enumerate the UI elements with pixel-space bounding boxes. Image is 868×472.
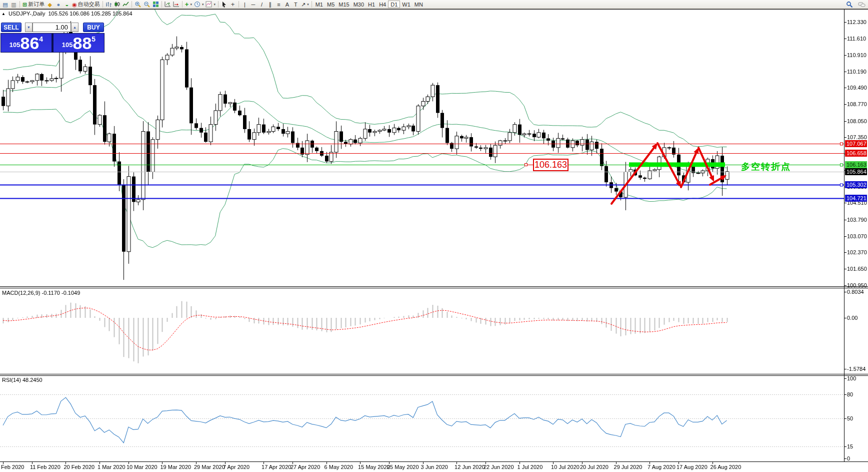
date-axis-label[interactable]: 20 Feb 2020 bbox=[64, 464, 94, 470]
line-chart-icon[interactable] bbox=[122, 1, 130, 9]
date-axis-label[interactable]: 29 Jul 2020 bbox=[614, 464, 642, 470]
auto-scroll-icon[interactable] bbox=[164, 1, 172, 9]
templates-button[interactable]: ▾ bbox=[204, 1, 216, 9]
date-axis-label[interactable]: 26 Aug 2020 bbox=[710, 464, 742, 470]
timeframe-m30[interactable]: M30 bbox=[352, 1, 366, 8]
date-axis-label[interactable]: 11 Feb 2020 bbox=[30, 464, 60, 470]
price-axis-tick[interactable]: 108.050 bbox=[847, 118, 867, 124]
price-axis-tick[interactable]: 111.610 bbox=[847, 36, 866, 42]
date-axis-label[interactable]: Feb 2020 bbox=[1, 464, 24, 470]
price-level-label[interactable]: 104.721 bbox=[845, 195, 867, 202]
rsi-axis-tick[interactable]: 15 bbox=[847, 443, 853, 449]
price-axis-tick[interactable]: 109.490 bbox=[847, 85, 867, 91]
price-axis-tick[interactable]: 112.330 bbox=[847, 19, 866, 25]
price-level-label[interactable]: 107.067 bbox=[845, 140, 867, 147]
price-axis-tick[interactable]: 101.650 bbox=[847, 266, 867, 272]
new-chart-icon[interactable]: ▤ bbox=[1, 1, 10, 9]
date-axis-label[interactable]: 6 May 2020 bbox=[324, 464, 353, 470]
chart-shift-icon[interactable] bbox=[172, 1, 180, 9]
label-button[interactable]: T bbox=[292, 1, 300, 9]
buy-price-button[interactable]: 105 88 5 bbox=[54, 34, 104, 52]
date-axis-label[interactable]: 3 Jun 2020 bbox=[421, 464, 448, 470]
autotrading-button[interactable]: ◉自动交易 bbox=[71, 1, 101, 9]
date-axis-label[interactable]: 12 Jun 2020 bbox=[454, 464, 485, 470]
cursor-button[interactable] bbox=[220, 1, 228, 9]
price-level-label[interactable]: 106.658 bbox=[845, 150, 867, 157]
price-axis-tick[interactable]: 102.370 bbox=[847, 249, 867, 255]
date-axis-label[interactable]: 17 Aug 2020 bbox=[676, 464, 708, 470]
price-axis-tick[interactable]: 103.070 bbox=[847, 233, 867, 239]
price-axis-tick[interactable]: 100.950 bbox=[847, 282, 867, 288]
price-axis-tick[interactable]: 108.770 bbox=[847, 101, 867, 107]
timeframe-h1[interactable]: H1 bbox=[366, 1, 377, 8]
collapse-marker-icon: ▲ bbox=[2, 12, 6, 16]
rsi-axis-tick[interactable]: 100 bbox=[847, 375, 856, 381]
sell-button[interactable]: SELL bbox=[1, 23, 22, 32]
profiles-icon[interactable]: ▥ bbox=[10, 1, 18, 9]
timeframe-m1[interactable]: M1 bbox=[314, 1, 325, 8]
rsi-axis-tick[interactable]: 50 bbox=[847, 415, 853, 421]
vertical-line-button[interactable]: | bbox=[240, 1, 249, 9]
date-axis-label[interactable]: 17 Apr 2020 bbox=[262, 464, 291, 470]
bar-chart-icon[interactable] bbox=[104, 1, 113, 9]
periods-button[interactable]: ▾ bbox=[193, 1, 205, 9]
buy-button[interactable]: BUY bbox=[83, 23, 104, 32]
date-axis-label[interactable]: 10 Jul 2020 bbox=[551, 464, 580, 470]
date-axis-label[interactable]: 22 Jun 2020 bbox=[484, 464, 514, 470]
signals-icon[interactable]: ◒ bbox=[62, 1, 71, 9]
date-axis-label[interactable]: 1 Jul 2020 bbox=[518, 464, 543, 470]
timeframe-w1[interactable]: W1 bbox=[400, 1, 412, 8]
fibonacci-button[interactable]: ≡ bbox=[274, 1, 283, 9]
tile-windows-icon[interactable] bbox=[152, 1, 160, 9]
trendline-button[interactable]: / bbox=[258, 1, 266, 9]
macd-axis-tick[interactable]: -1.5784 bbox=[847, 366, 866, 372]
zoom-in-icon[interactable] bbox=[134, 1, 142, 9]
rsi-axis-tick[interactable]: 80 bbox=[847, 391, 853, 397]
date-axis-label[interactable]: 7 Apr 2020 bbox=[223, 464, 250, 470]
date-axis-label[interactable]: 7 Aug 2020 bbox=[648, 464, 676, 470]
timeframe-m15[interactable]: M15 bbox=[336, 1, 351, 8]
equidistant-channel-button[interactable]: ∥ bbox=[266, 1, 274, 9]
date-axis-label[interactable]: 27 Apr 2020 bbox=[290, 464, 320, 470]
price-axis-tick[interactable]: 103.790 bbox=[847, 217, 867, 223]
crosshair-button[interactable]: + bbox=[228, 1, 237, 9]
date-axis-label[interactable]: 25 May 2020 bbox=[387, 464, 419, 470]
price-level-label[interactable]: 105.302 bbox=[845, 181, 867, 188]
date-axis-label[interactable]: 10 Mar 2020 bbox=[126, 464, 158, 470]
price-level-label[interactable]: 105.864 bbox=[845, 168, 867, 175]
timeframe-h4[interactable]: H4 bbox=[377, 1, 388, 8]
turning-point-label[interactable]: 多空转折点 bbox=[741, 161, 791, 173]
price-axis-tick[interactable]: 107.350 bbox=[847, 134, 867, 140]
timeframe-m5[interactable]: M5 bbox=[325, 1, 336, 8]
new-order-button[interactable]: ⊞新订单 bbox=[22, 1, 46, 9]
horizontal-line-button[interactable]: ─ bbox=[249, 1, 258, 9]
chart-canvas[interactable] bbox=[0, 0, 868, 472]
chat-icon[interactable] bbox=[857, 1, 866, 9]
date-axis-label[interactable]: 15 May 2020 bbox=[358, 464, 390, 470]
sell-price-button[interactable]: 105 86 4 bbox=[1, 34, 52, 52]
date-axis-label[interactable]: 20 Jul 2020 bbox=[580, 464, 608, 470]
macd-axis-tick[interactable]: 0.00 bbox=[847, 315, 858, 321]
price-axis-tick[interactable]: 110.190 bbox=[847, 69, 866, 75]
add-indicator-button[interactable]: +▾ bbox=[184, 1, 193, 9]
text-button[interactable]: A bbox=[283, 1, 292, 9]
candlestick-chart-icon[interactable] bbox=[113, 1, 122, 9]
arrows-button[interactable]: ↗▾ bbox=[300, 1, 310, 9]
macd-axis-tick[interactable]: 0.8034 bbox=[847, 289, 864, 295]
volume-down-button[interactable]: ▼ bbox=[25, 23, 32, 32]
price-level-label[interactable]: 106.163 bbox=[845, 161, 867, 168]
search-icon[interactable] bbox=[845, 1, 854, 9]
date-axis-label[interactable]: 19 Mar 2020 bbox=[160, 464, 191, 470]
volume-up-button[interactable]: ▲ bbox=[71, 23, 78, 32]
rsi-axis-tick[interactable]: 0 bbox=[847, 455, 850, 461]
market-watch-icon[interactable]: ◆ bbox=[46, 1, 54, 9]
price-annotation-box[interactable]: 106.163 bbox=[533, 159, 568, 171]
volume-input[interactable] bbox=[32, 23, 71, 32]
timeframe-d1[interactable]: D1 bbox=[388, 1, 400, 8]
zoom-out-icon[interactable] bbox=[142, 1, 152, 9]
date-axis-label[interactable]: 1 Mar 2020 bbox=[98, 464, 126, 470]
date-axis-label[interactable]: 29 Mar 2020 bbox=[194, 464, 225, 470]
timeframe-mn[interactable]: MN bbox=[412, 1, 425, 8]
price-axis-tick[interactable]: 110.910 bbox=[847, 52, 866, 58]
community-icon[interactable]: ● bbox=[54, 1, 62, 9]
